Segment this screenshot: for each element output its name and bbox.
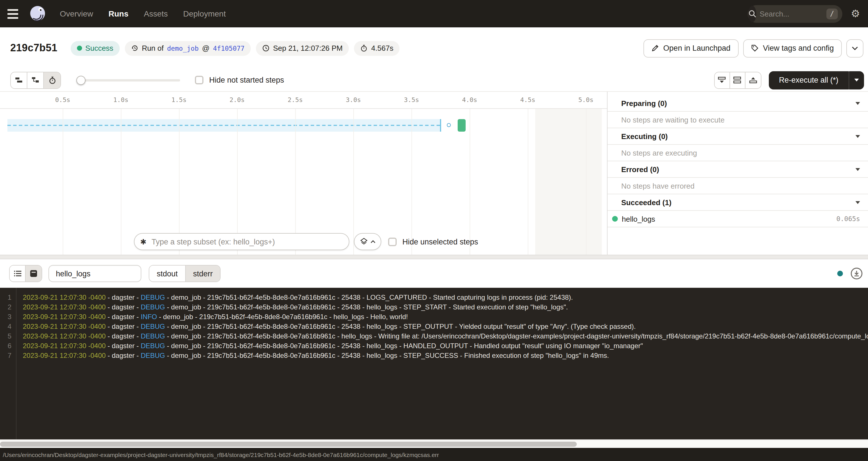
duration-pill: 4.567s <box>354 41 400 56</box>
log-line: 32023-09-21 12:07:30 -0400 - dagster - I… <box>0 312 868 322</box>
job-name-link[interactable]: demo_job <box>167 44 198 52</box>
log-step-filter-field[interactable] <box>49 265 141 282</box>
split-panels-button[interactable] <box>730 72 745 88</box>
raw-log-view-button[interactable] <box>26 266 41 281</box>
reexecute-dropdown-button[interactable] <box>848 71 864 89</box>
step-subset-input[interactable] <box>151 237 343 246</box>
nav-item-assets[interactable]: Assets <box>144 9 168 18</box>
panel-section-title: Succeeded (1) <box>621 198 671 207</box>
checkbox-icon[interactable] <box>195 76 204 84</box>
panel-step-row[interactable]: hello_logs0.065s <box>608 211 868 227</box>
axis-tick-label: 3.5s <box>404 92 419 109</box>
log-line-text: 2023-09-21 12:07:30 -0400 - dagster - DE… <box>23 341 643 351</box>
search-icon <box>748 5 756 22</box>
log-lines: 12023-09-21 12:07:30 -0400 - dagster - D… <box>0 293 868 361</box>
reexecute-all-button[interactable]: Re-execute all (*) <box>769 71 864 89</box>
view-tags-config-button[interactable]: View tags and config <box>743 39 842 57</box>
tab-stderr[interactable]: stderr <box>186 266 220 281</box>
open-in-launchpad-button[interactable]: Open in Launchpad <box>644 39 739 57</box>
panel-section-header[interactable]: Succeeded (1) <box>608 194 868 211</box>
panel-section-header[interactable]: Preparing (0) <box>608 95 868 112</box>
view-tags-config-label: View tags and config <box>763 44 834 53</box>
download-log-button[interactable] <box>850 267 863 280</box>
hide-unselected-checkbox[interactable]: Hide unselected steps <box>388 237 478 246</box>
panel-section-title: Executing (0) <box>621 132 668 141</box>
app-root: OverviewRunsAssetsDeployment / ⚙ 219c7b5… <box>0 0 868 461</box>
panel-position-group <box>714 71 761 89</box>
nav-item-deployment[interactable]: Deployment <box>183 9 226 18</box>
log-output: 12023-09-21 12:07:30 -0400 - dagster - D… <box>0 288 868 439</box>
horizontal-splitter[interactable] <box>0 255 868 259</box>
gantt-timed-view-button[interactable] <box>44 72 60 88</box>
run-content: 0.5s1.0s1.5s2.0s2.5s3.0s3.5s4.0s4.5s5.0s… <box>0 91 868 255</box>
header-actions: Open in Launchpad View tags and config <box>644 39 863 57</box>
scrollbar-thumb[interactable] <box>0 442 577 447</box>
panel-empty-state: No steps have errored <box>608 178 868 194</box>
log-step-filter-input[interactable] <box>55 269 135 278</box>
header-more-actions-button[interactable] <box>846 39 863 57</box>
nav-item-overview[interactable]: Overview <box>60 9 93 18</box>
nav-right: / ⚙ <box>748 5 868 23</box>
panel-section-title: Preparing (0) <box>621 99 667 107</box>
stdout-stderr-tabs: stdoutstderr <box>149 265 221 282</box>
gantt-waterfall-view-button[interactable] <box>27 72 44 88</box>
log-line-text: 2023-09-21 12:07:30 -0400 - dagster - DE… <box>23 332 868 341</box>
global-search[interactable]: / <box>748 5 842 23</box>
step-bar-hello-logs[interactable] <box>458 119 466 132</box>
collapse-bottom-panel-button[interactable] <box>714 72 730 88</box>
search-input[interactable] <box>756 9 863 18</box>
axis-tick-label: 2.0s <box>230 92 245 109</box>
log-file-path-bar: /Users/erincochran/Desktop/dagster-examp… <box>0 448 868 461</box>
slider-track[interactable] <box>76 79 180 81</box>
caret-down-icon <box>856 201 860 204</box>
search-shortcut-badge: / <box>827 8 838 19</box>
chevron-down-icon <box>851 46 858 51</box>
run-of-label: Run of <box>142 44 164 53</box>
logbar-right <box>837 267 863 280</box>
open-in-launchpad-label: Open in Launchpad <box>663 44 731 53</box>
log-line-number: 2 <box>0 303 11 312</box>
log-line-text: 2023-09-21 12:07:30 -0400 - dagster - DE… <box>23 322 636 332</box>
checkbox-icon[interactable] <box>388 237 397 246</box>
tab-stdout[interactable]: stdout <box>149 266 186 281</box>
pencil-icon <box>651 44 659 52</box>
expand-bottom-panel-button[interactable] <box>745 72 761 88</box>
log-line: 72023-09-21 12:07:30 -0400 - dagster - D… <box>0 351 868 361</box>
gantt-view-mode-group <box>10 71 61 89</box>
dagster-logo-icon[interactable] <box>29 5 46 22</box>
slider-knob[interactable] <box>76 75 86 85</box>
step-subset-field[interactable]: ✱ <box>134 233 349 250</box>
log-line-text: 2023-09-21 12:07:30 -0400 - dagster - DE… <box>23 293 573 303</box>
hide-not-started-checkbox[interactable]: Hide not started steps <box>195 76 284 84</box>
log-line-number: 7 <box>0 351 11 361</box>
gantt-zoom-slider[interactable] <box>76 71 180 89</box>
panel-section-header[interactable]: Errored (0) <box>608 161 868 178</box>
step-status-panel: Preparing (0)No steps are waiting to exe… <box>608 92 868 255</box>
nav-item-runs[interactable]: Runs <box>108 9 128 18</box>
caret-down-icon <box>856 102 860 104</box>
tag-icon <box>751 44 758 52</box>
step-waiting-dashed-line <box>7 125 440 126</box>
structured-log-view-button[interactable] <box>10 266 26 281</box>
hide-not-started-label: Hide not started steps <box>209 76 284 84</box>
panel-empty-state: No steps are waiting to execute <box>608 112 868 128</box>
panel-section-header[interactable]: Executing (0) <box>608 128 868 145</box>
log-line: 22023-09-21 12:07:30 -0400 - dagster - D… <box>0 303 868 312</box>
step-subset-row: ✱ Hide unselected steps <box>0 233 607 250</box>
graph-layers-button[interactable] <box>354 233 381 250</box>
nav-links: OverviewRunsAssetsDeployment <box>60 9 226 18</box>
status-badge: Success <box>70 41 119 56</box>
log-line: 12023-09-21 12:07:30 -0400 - dagster - D… <box>0 293 868 303</box>
hamburger-menu-icon[interactable] <box>7 7 21 21</box>
log-line-number: 6 <box>0 341 11 351</box>
capture-status-dot-icon <box>837 271 843 276</box>
gantt-time-axis: 0.5s1.0s1.5s2.0s2.5s3.0s3.5s4.0s4.5s5.0s <box>0 92 607 109</box>
log-toolbar: stdoutstderr <box>0 259 868 288</box>
gantt-flat-view-button[interactable] <box>11 72 27 88</box>
panel-section-title: Errored (0) <box>621 165 659 174</box>
log-horizontal-scrollbar[interactable] <box>0 439 868 448</box>
hide-unselected-label: Hide unselected steps <box>402 237 478 246</box>
gantt-toolbar: Hide not started steps Re-execute all (*… <box>0 69 868 91</box>
log-line-text: 2023-09-21 12:07:30 -0400 - dagster - IN… <box>23 312 408 322</box>
snapshot-id-link[interactable]: 4f105077 <box>213 44 245 52</box>
